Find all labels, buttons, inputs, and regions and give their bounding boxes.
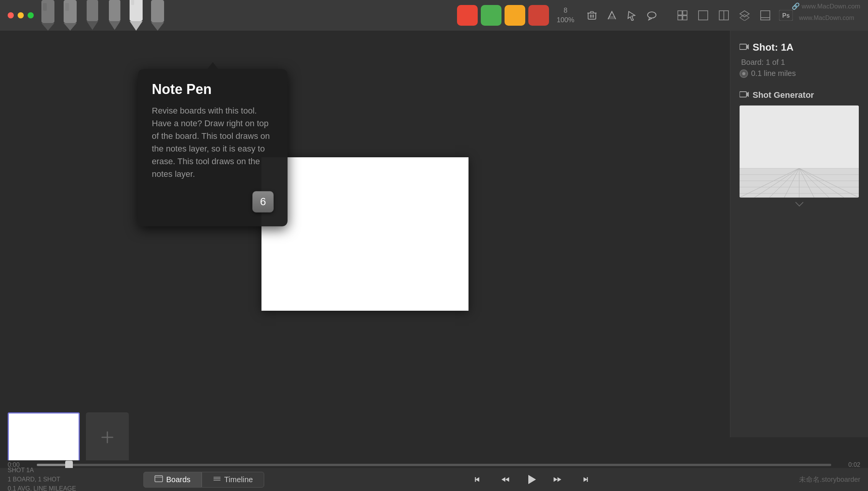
board-thumbnail-1a[interactable]: [8, 412, 80, 462]
svg-point-39: [742, 72, 745, 75]
svg-rect-60: [155, 476, 163, 482]
expand-arrow[interactable]: [740, 201, 859, 207]
pen-tool-3[interactable]: [83, 0, 102, 31]
svg-rect-5: [65, 3, 69, 11]
svg-rect-6: [87, 0, 98, 21]
svg-rect-25: [678, 16, 682, 20]
skip-back-button[interactable]: [471, 471, 488, 488]
pen-tool-4[interactable]: [105, 0, 124, 31]
filename-display: 未命名.storyboarder: [799, 475, 860, 484]
shot-generator-preview[interactable]: [740, 105, 859, 198]
board-thumbnail-container: 1A 0:02: [8, 412, 80, 462]
svg-marker-9: [109, 21, 120, 30]
svg-text:Ps: Ps: [782, 12, 790, 19]
svg-point-22: [648, 12, 656, 18]
svg-marker-71: [557, 477, 561, 482]
status-mileage: 0.1 AVG. LINE MILEAGE: [8, 484, 76, 491]
shot-generator-title: Shot Generator: [753, 90, 814, 100]
move-icon[interactable]: [605, 8, 619, 22]
shot-board-info: Board: 1 of 1: [740, 58, 859, 67]
shot-generator-header: Shot Generator: [740, 90, 859, 100]
svg-rect-40: [740, 92, 746, 97]
svg-marker-72: [584, 477, 587, 482]
svg-rect-13: [151, 0, 164, 22]
right-toolbar-icons: Ps: [676, 8, 793, 22]
svg-marker-7: [87, 21, 98, 30]
color-swatch-orange[interactable]: [505, 5, 525, 26]
shot-title: Shot: 1A: [753, 41, 794, 53]
svg-marker-1: [41, 23, 54, 31]
grid-view-icon[interactable]: [676, 8, 689, 22]
multi-view-icon[interactable]: [717, 8, 731, 22]
miles-icon: [740, 69, 748, 78]
play-button[interactable]: [523, 471, 540, 488]
bottom-controls: SHOT 1A 1 BOARD, 1 SHOT 0.1 AVG. LINE MI…: [0, 468, 868, 491]
color-swatch-red2[interactable]: [528, 5, 549, 26]
color-swatches: [457, 5, 549, 26]
tab-boards[interactable]: Boards: [143, 472, 201, 488]
svg-rect-36: [740, 44, 746, 49]
pen-tool-6[interactable]: [148, 0, 167, 31]
delete-icon[interactable]: [585, 8, 599, 22]
camera-icon: [740, 90, 749, 100]
shot-header: Shot: 1A: [740, 41, 859, 53]
skip-forward-button[interactable]: [575, 471, 592, 488]
website-label: www.MacDown.com: [799, 14, 854, 22]
pen-tools: [38, 0, 167, 31]
line-miles-value: 0.1 line miles: [751, 69, 796, 78]
maximize-button[interactable]: [28, 12, 34, 18]
svg-marker-31: [740, 15, 749, 21]
pen-tool-2[interactable]: [61, 0, 80, 31]
svg-marker-69: [528, 475, 536, 484]
shot-icon: [740, 43, 749, 53]
svg-marker-4: [64, 23, 77, 31]
select-icon[interactable]: [625, 8, 639, 22]
tooltip-pointer: [207, 62, 218, 69]
comment-icon[interactable]: [645, 8, 659, 22]
photoshop-icon[interactable]: Ps: [779, 8, 793, 22]
boards-tab-label: Boards: [166, 475, 190, 484]
shortcut-key-badge: 6: [252, 191, 274, 213]
toolbar-meta: 8 100%: [557, 6, 574, 25]
svg-marker-70: [554, 477, 557, 482]
svg-rect-8: [109, 0, 120, 21]
toolbar-action-icons: [585, 8, 659, 22]
export-icon[interactable]: [758, 8, 772, 22]
layers-icon[interactable]: [738, 8, 751, 22]
status-boards: 1 BOARD, 1 SHOT: [8, 475, 76, 484]
svg-marker-68: [505, 477, 509, 482]
timeline-tab-label: Timeline: [224, 475, 253, 484]
pen-tool-1[interactable]: [38, 0, 58, 31]
svg-rect-32: [761, 11, 770, 20]
playback-controls: [471, 471, 592, 488]
bottom-view-tabs: Boards Timeline: [143, 472, 264, 488]
close-button[interactable]: [8, 12, 14, 18]
perspective-grid: [740, 105, 859, 198]
svg-rect-23: [678, 11, 682, 15]
add-board-button[interactable]: [86, 412, 129, 462]
svg-rect-20: [590, 12, 593, 13]
svg-rect-26: [683, 16, 687, 20]
svg-rect-2: [43, 3, 47, 11]
fast-forward-button[interactable]: [549, 471, 566, 488]
board-canvas[interactable]: [261, 157, 469, 311]
tooltip-title: Note Pen: [152, 81, 274, 97]
tooltip-key-container: 6: [152, 191, 274, 213]
main-drawing-area: Note Pen Revise boards with this tool. H…: [0, 31, 730, 437]
scrubber-track[interactable]: [37, 464, 831, 466]
toolbar: 8 100%: [0, 0, 868, 31]
svg-marker-65: [475, 477, 479, 482]
rewind-button[interactable]: [497, 471, 514, 488]
right-panel: Shot: 1A Board: 1 of 1 0.1 line miles Sh…: [730, 31, 868, 437]
svg-marker-11: [130, 21, 143, 31]
tab-timeline[interactable]: Timeline: [202, 472, 264, 488]
color-swatch-red[interactable]: [457, 5, 478, 26]
pen-tool-note[interactable]: [127, 0, 145, 31]
filmstrip: 1A 0:02: [0, 407, 730, 468]
single-view-icon[interactable]: [696, 8, 710, 22]
website-absolute-label: 🔗 www.MacDown.com: [792, 2, 860, 10]
minimize-button[interactable]: [18, 12, 24, 18]
color-swatch-green[interactable]: [481, 5, 501, 26]
svg-rect-12: [131, 0, 134, 5]
bottom-status: SHOT 1A 1 BOARD, 1 SHOT 0.1 AVG. LINE MI…: [8, 466, 76, 491]
